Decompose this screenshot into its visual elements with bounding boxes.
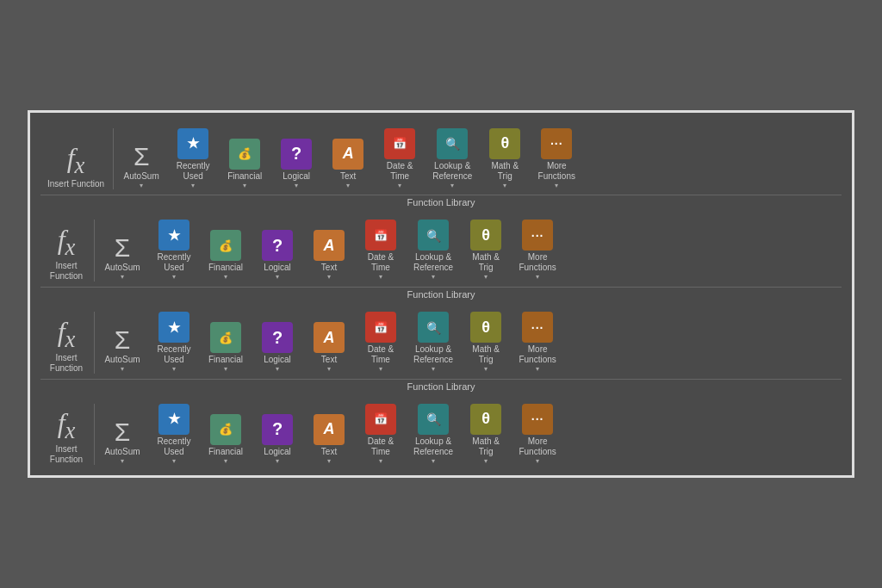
more-functions-label-2: MoreFunctions▾: [519, 252, 556, 282]
recently-used-btn[interactable]: RecentlyUsed▾: [167, 125, 219, 194]
sigma-icon: Σ: [134, 144, 150, 170]
autosum-btn-4[interactable]: Σ AutoSum▾: [96, 400, 148, 469]
more-functions-btn-3[interactable]: MoreFunctions▾: [512, 308, 563, 377]
insert-function-label: Insert Function: [47, 179, 104, 189]
ribbon-row-1: fx Insert Function Σ AutoSum▾ RecentlyUs…: [37, 120, 845, 195]
sigma-icon-4: Σ: [115, 419, 131, 445]
text-btn-4[interactable]: Text▾: [303, 400, 355, 469]
ribbon-row-2: fx InsertFunction Σ AutoSum▾ RecentlyUse…: [37, 211, 845, 287]
more-functions-btn[interactable]: MoreFunctions▾: [531, 125, 582, 194]
financial-icon-3: 💰: [210, 322, 241, 353]
insert-function-btn-2[interactable]: fx InsertFunction: [40, 216, 92, 285]
lookup-reference-label-3: Lookup &Reference▾: [413, 344, 453, 374]
math-trig-btn-4[interactable]: Math &Trig▾: [460, 400, 512, 469]
text-icon-3: [314, 322, 345, 353]
insert-function-btn-3[interactable]: fx InsertFunction: [40, 308, 92, 377]
logical-btn-2[interactable]: Logical▾: [252, 216, 303, 285]
date-time-btn[interactable]: 📅 Date &Time▾: [374, 125, 425, 194]
logical-label-2: Logical▾: [264, 263, 291, 282]
text-btn[interactable]: Text▾: [322, 125, 374, 194]
more-functions-label-4: MoreFunctions▾: [519, 436, 556, 466]
autosum-label-4: AutoSum▾: [104, 447, 140, 466]
ribbon-container: fx Insert Function Σ AutoSum▾ RecentlyUs…: [28, 110, 854, 478]
text-icon-2: [314, 230, 345, 261]
lookup-reference-btn-3[interactable]: Lookup &Reference▾: [407, 308, 460, 377]
fx-icon: fx: [67, 144, 85, 177]
autosum-btn-3[interactable]: Σ AutoSum▾: [96, 308, 148, 377]
math-trig-btn-2[interactable]: Math &Trig▾: [460, 216, 512, 285]
financial-label-3: Financial▾: [208, 355, 243, 374]
sigma-icon-3: Σ: [115, 327, 131, 353]
divider: [113, 128, 114, 190]
math-trig-icon-3: [470, 312, 501, 343]
date-time-icon-2: 📅: [365, 220, 396, 251]
financial-btn-2[interactable]: 💰 Financial▾: [200, 216, 252, 285]
more-functions-icon-4: [522, 404, 553, 435]
recently-used-icon-2: [158, 220, 189, 251]
sigma-icon-2: Σ: [115, 235, 131, 261]
math-trig-icon-2: [470, 220, 501, 251]
financial-btn[interactable]: 💰 Financial▾: [219, 125, 270, 194]
more-functions-icon-3: [522, 312, 553, 343]
math-trig-label-3: Math &Trig▾: [472, 344, 500, 374]
logical-btn-3[interactable]: Logical▾: [252, 308, 303, 377]
lookup-reference-label-2: Lookup &Reference▾: [413, 252, 453, 282]
date-time-btn-3[interactable]: 📅 Date &Time▾: [355, 308, 407, 377]
recently-used-label-4: RecentlyUsed▾: [158, 436, 191, 466]
autosum-btn-2[interactable]: Σ AutoSum▾: [96, 216, 148, 285]
math-trig-btn[interactable]: Math &Trig▾: [479, 125, 531, 194]
logical-btn[interactable]: Logical▾: [270, 125, 322, 194]
autosum-btn[interactable]: Σ AutoSum▾: [115, 125, 167, 194]
math-trig-btn-3[interactable]: Math &Trig▾: [460, 308, 512, 377]
more-functions-btn-4[interactable]: MoreFunctions▾: [512, 400, 563, 469]
financial-icon: 💰: [229, 139, 260, 170]
text-label-4: Text▾: [321, 447, 337, 466]
date-time-icon-4: 📅: [365, 404, 396, 435]
financial-label: Financial▾: [227, 171, 262, 190]
math-trig-label-2: Math &Trig▾: [472, 252, 500, 282]
math-trig-icon: [489, 128, 520, 159]
date-time-icon: 📅: [384, 128, 415, 159]
financial-btn-3[interactable]: 💰 Financial▾: [200, 308, 252, 377]
lookup-reference-label: Lookup &Reference▾: [432, 161, 472, 190]
date-time-label-4: Date &Time▾: [368, 436, 394, 466]
recently-used-btn-4[interactable]: RecentlyUsed▾: [148, 400, 200, 469]
lookup-reference-icon-2: [418, 220, 449, 251]
date-time-btn-2[interactable]: 📅 Date &Time▾: [355, 216, 407, 285]
insert-function-label-2: InsertFunction: [50, 261, 83, 282]
logical-btn-4[interactable]: Logical▾: [252, 400, 303, 469]
lookup-reference-btn-2[interactable]: Lookup &Reference▾: [407, 216, 460, 285]
financial-icon-2: 💰: [210, 230, 241, 261]
logical-icon: [281, 139, 312, 170]
fx-icon-3: fx: [58, 318, 76, 351]
recently-used-label: RecentlyUsed▾: [177, 161, 210, 190]
text-btn-3[interactable]: Text▾: [303, 308, 355, 377]
text-icon-4: [314, 414, 345, 445]
lookup-reference-label-4: Lookup &Reference▾: [413, 436, 453, 466]
autosum-label: AutoSum▾: [124, 171, 159, 190]
recently-used-btn-3[interactable]: RecentlyUsed▾: [148, 308, 200, 377]
divider-4: [94, 404, 95, 466]
logical-icon-3: [262, 322, 293, 353]
lookup-reference-btn[interactable]: Lookup &Reference▾: [425, 125, 479, 194]
text-label-3: Text▾: [321, 355, 337, 374]
lookup-reference-btn-4[interactable]: Lookup &Reference▾: [407, 400, 460, 469]
recently-used-icon: [177, 128, 208, 159]
insert-function-btn[interactable]: fx Insert Function: [40, 125, 111, 194]
more-functions-btn-2[interactable]: MoreFunctions▾: [512, 216, 563, 285]
financial-btn-4[interactable]: 💰 Financial▾: [200, 400, 252, 469]
fx-icon-2: fx: [58, 226, 76, 259]
financial-label-4: Financial▾: [208, 447, 243, 466]
insert-function-btn-4[interactable]: fx InsertFunction: [40, 400, 92, 469]
function-library-label-3: Function Library: [40, 379, 842, 395]
text-icon: [332, 139, 363, 170]
date-time-btn-4[interactable]: 📅 Date &Time▾: [355, 400, 407, 469]
lookup-reference-icon-3: [418, 312, 449, 343]
recently-used-btn-2[interactable]: RecentlyUsed▾: [148, 216, 200, 285]
logical-label-3: Logical▾: [264, 355, 291, 374]
date-time-label-2: Date &Time▾: [368, 252, 394, 282]
text-label: Text▾: [340, 171, 356, 190]
lookup-reference-icon-4: [418, 404, 449, 435]
text-btn-2[interactable]: Text▾: [303, 216, 355, 285]
date-time-label: Date &Time▾: [387, 161, 413, 190]
